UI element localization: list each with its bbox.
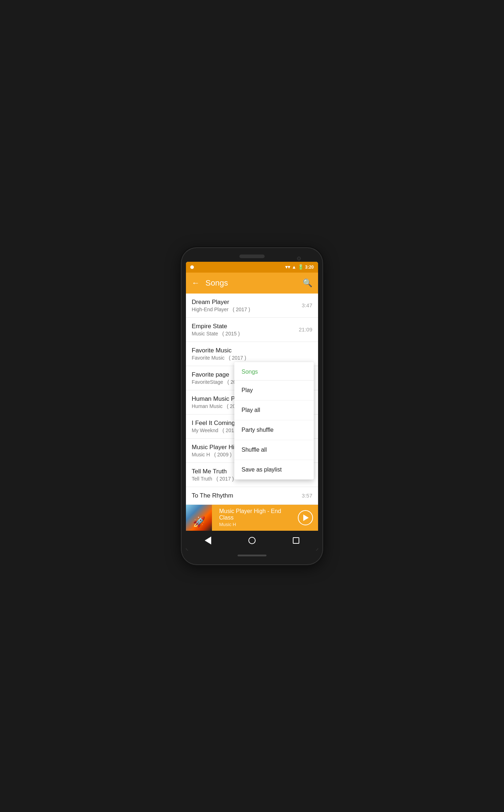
status-time: 3:20 [305, 265, 314, 270]
wifi-icon: ▾▾ [285, 264, 290, 270]
context-menu-play[interactable]: Play [234, 381, 314, 400]
context-menu-overlay: Songs Play Play all Party shuffle Shuffl… [186, 294, 318, 550]
context-menu-save-as-playlist[interactable]: Save as playlist [234, 460, 314, 479]
phone-bottom-bar [186, 555, 318, 556]
context-menu-shuffle-all[interactable]: Shuffle all [234, 440, 314, 460]
app-bar: ← Songs 🔍 [186, 273, 318, 294]
home-bar [238, 555, 266, 556]
status-bar: ▾▾ ▲ 🔋 3:20 [186, 262, 318, 273]
speaker-grill [239, 255, 265, 258]
battery-icon: 🔋 [298, 264, 304, 270]
phone-shell: ▾▾ ▲ 🔋 3:20 ← Songs 🔍 Dream Player High-… [182, 248, 322, 564]
status-left [190, 265, 194, 269]
search-button[interactable]: 🔍 [303, 278, 312, 288]
context-menu-title: Songs [242, 369, 258, 375]
context-menu-party-shuffle[interactable]: Party shuffle [234, 420, 314, 440]
front-camera [297, 257, 301, 260]
screen: ▾▾ ▲ 🔋 3:20 ← Songs 🔍 Dream Player High-… [186, 262, 318, 550]
back-button[interactable]: ← [192, 278, 200, 288]
context-menu-play-all[interactable]: Play all [234, 400, 314, 420]
status-right: ▾▾ ▲ 🔋 3:20 [285, 264, 314, 270]
context-menu: Songs Play Play all Party shuffle Shuffl… [234, 362, 314, 479]
signal-icon: ▲ [292, 264, 296, 270]
context-menu-header: Songs [234, 362, 314, 381]
status-indicator [190, 265, 194, 269]
app-title: Songs [205, 278, 297, 288]
